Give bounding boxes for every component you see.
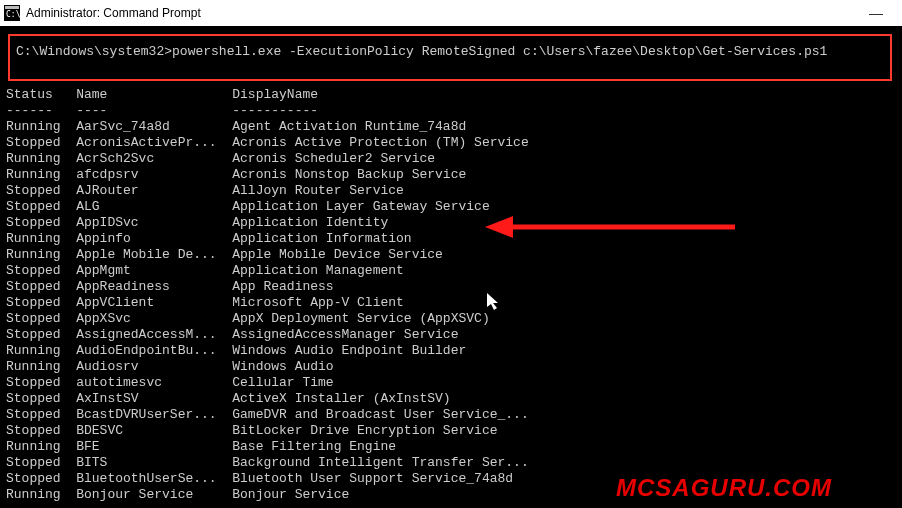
command-line: C:\Windows\system32>powershell.exe -Exec… (16, 44, 827, 59)
command-highlight-box: C:\Windows\system32>powershell.exe -Exec… (8, 34, 892, 81)
console-area[interactable]: C:\Windows\system32>powershell.exe -Exec… (0, 34, 902, 503)
window-title: Administrator: Command Prompt (26, 6, 862, 20)
svg-text:C:\: C:\ (6, 10, 20, 19)
svg-rect-1 (5, 6, 19, 9)
minimize-button[interactable]: — (862, 5, 890, 21)
titlebar[interactable]: C:\ Administrator: Command Prompt — (0, 0, 902, 26)
services-table: Status Name DisplayName ------ ---- ----… (4, 87, 898, 503)
cmd-icon: C:\ (4, 5, 20, 21)
command-text: powershell.exe -ExecutionPolicy RemoteSi… (172, 44, 827, 59)
prompt: C:\Windows\system32> (16, 44, 172, 59)
